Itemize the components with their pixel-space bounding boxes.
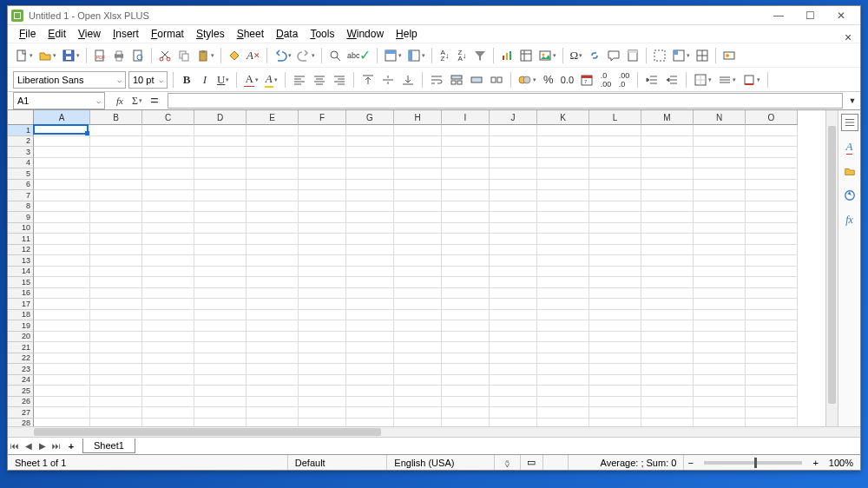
cell[interactable] bbox=[394, 212, 442, 223]
cell[interactable] bbox=[299, 407, 346, 419]
cell[interactable] bbox=[194, 212, 247, 223]
cell[interactable] bbox=[34, 190, 90, 201]
insert-pivot-button[interactable] bbox=[517, 47, 535, 64]
sort-asc-button[interactable]: AZ↓ bbox=[437, 47, 452, 64]
cell[interactable] bbox=[490, 223, 537, 234]
split-window-button[interactable] bbox=[694, 47, 711, 64]
row-header[interactable]: 10 bbox=[8, 223, 34, 234]
cell[interactable] bbox=[34, 288, 90, 300]
cell[interactable] bbox=[589, 245, 641, 256]
cell[interactable] bbox=[142, 190, 194, 201]
cell[interactable] bbox=[247, 234, 299, 245]
cell[interactable] bbox=[90, 342, 142, 353]
column-header[interactable]: M bbox=[641, 110, 694, 125]
cell[interactable] bbox=[490, 245, 537, 256]
cell[interactable] bbox=[394, 288, 442, 300]
cell[interactable] bbox=[589, 277, 641, 288]
cell[interactable] bbox=[537, 342, 589, 353]
add-decimal-button[interactable]: .0.00 bbox=[598, 71, 614, 89]
cell[interactable] bbox=[142, 267, 194, 278]
cell[interactable] bbox=[247, 201, 299, 213]
unmerge-cells-button[interactable] bbox=[488, 71, 505, 89]
insert-chart-button[interactable] bbox=[498, 47, 516, 64]
row-header[interactable]: 17 bbox=[8, 299, 34, 310]
font-name-combo[interactable]: Liberation Sans bbox=[13, 71, 126, 89]
cell[interactable] bbox=[589, 234, 641, 245]
cell[interactable] bbox=[746, 255, 798, 267]
cell[interactable] bbox=[442, 288, 490, 300]
cell[interactable] bbox=[694, 364, 746, 375]
cell[interactable] bbox=[90, 299, 142, 310]
vertical-scrollbar[interactable] bbox=[825, 110, 838, 426]
cell[interactable] bbox=[247, 407, 299, 419]
cell[interactable] bbox=[442, 223, 490, 234]
cell[interactable] bbox=[34, 407, 90, 419]
cell[interactable] bbox=[299, 375, 346, 386]
cell[interactable] bbox=[746, 332, 798, 343]
cell[interactable] bbox=[641, 245, 694, 256]
cell[interactable] bbox=[537, 201, 589, 213]
cell[interactable] bbox=[490, 168, 537, 180]
menu-view[interactable]: View bbox=[72, 27, 107, 41]
cell[interactable] bbox=[641, 320, 694, 332]
cell[interactable] bbox=[694, 136, 746, 148]
find-button[interactable] bbox=[326, 47, 344, 64]
cell[interactable] bbox=[641, 136, 694, 148]
cell[interactable] bbox=[746, 277, 798, 288]
cell[interactable] bbox=[394, 255, 442, 267]
cell[interactable] bbox=[142, 180, 194, 191]
cell[interactable] bbox=[34, 267, 90, 278]
cell[interactable] bbox=[142, 364, 194, 375]
cell[interactable] bbox=[394, 277, 442, 288]
cell[interactable] bbox=[589, 342, 641, 353]
cell[interactable] bbox=[589, 125, 641, 136]
cell[interactable] bbox=[746, 168, 798, 180]
status-selection-mode[interactable]: ▭ bbox=[521, 455, 543, 470]
define-print-area-button[interactable] bbox=[651, 47, 668, 64]
row-header[interactable]: 5 bbox=[8, 168, 34, 180]
cell[interactable] bbox=[490, 288, 537, 300]
cell[interactable] bbox=[247, 158, 299, 169]
cell[interactable] bbox=[641, 397, 694, 408]
cell[interactable] bbox=[34, 320, 90, 332]
cell[interactable] bbox=[346, 407, 394, 419]
cell[interactable] bbox=[442, 125, 490, 136]
close-button[interactable]: ✕ bbox=[825, 7, 857, 24]
cell[interactable] bbox=[299, 419, 346, 427]
column-header[interactable]: O bbox=[746, 110, 798, 125]
function-wizard-button[interactable]: fx bbox=[112, 92, 128, 109]
gallery-panel-icon[interactable] bbox=[841, 162, 858, 180]
close-document-icon[interactable]: × bbox=[845, 30, 857, 44]
row-header[interactable]: 1 bbox=[8, 125, 34, 136]
cell[interactable] bbox=[346, 386, 394, 397]
cell[interactable] bbox=[247, 136, 299, 148]
cell[interactable] bbox=[142, 158, 194, 169]
cell[interactable] bbox=[442, 277, 490, 288]
cell[interactable] bbox=[247, 245, 299, 256]
cell[interactable] bbox=[299, 288, 346, 300]
cell[interactable] bbox=[247, 288, 299, 300]
cell[interactable] bbox=[442, 342, 490, 353]
cell-reference-box[interactable]: A1 bbox=[13, 92, 105, 109]
align-vcenter-button[interactable] bbox=[379, 71, 397, 89]
cell[interactable] bbox=[442, 180, 490, 191]
cell[interactable] bbox=[394, 375, 442, 386]
cell[interactable] bbox=[299, 332, 346, 343]
cell[interactable] bbox=[694, 299, 746, 310]
cell[interactable] bbox=[490, 386, 537, 397]
cell[interactable] bbox=[194, 299, 247, 310]
cell[interactable] bbox=[346, 136, 394, 148]
cell[interactable] bbox=[641, 201, 694, 213]
cell[interactable] bbox=[346, 419, 394, 427]
row-header[interactable]: 28 bbox=[8, 419, 34, 427]
row-header[interactable]: 12 bbox=[8, 245, 34, 256]
cell[interactable] bbox=[442, 234, 490, 245]
cell[interactable] bbox=[34, 212, 90, 223]
cell[interactable] bbox=[746, 375, 798, 386]
menu-help[interactable]: Help bbox=[390, 27, 424, 41]
cell[interactable] bbox=[442, 190, 490, 201]
cell[interactable] bbox=[194, 375, 247, 386]
cell[interactable] bbox=[746, 223, 798, 234]
cell[interactable] bbox=[694, 267, 746, 278]
column-header[interactable]: J bbox=[490, 110, 537, 125]
